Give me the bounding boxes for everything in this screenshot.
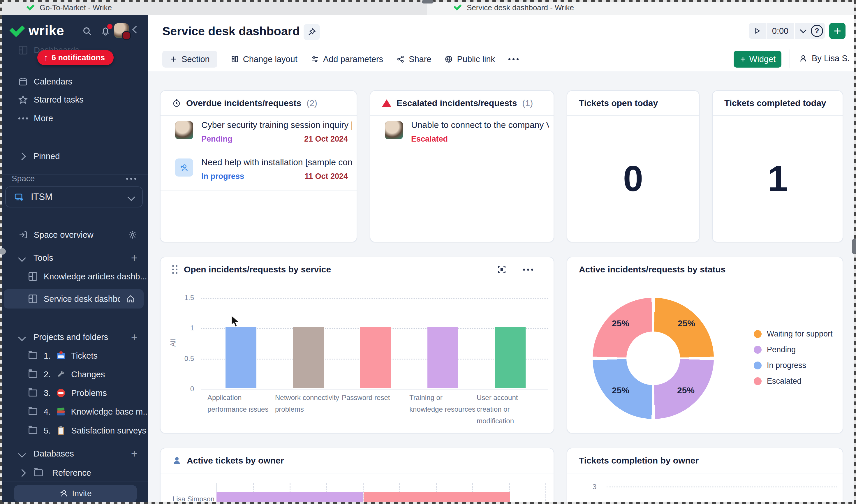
widget-overdue-incidents: Overdue incidents/requests (2) Cyber sec… <box>160 90 357 242</box>
timer-value[interactable]: 0:00 <box>767 23 794 39</box>
toolbar-more-icon[interactable] <box>509 58 519 60</box>
add-person-icon <box>59 489 68 498</box>
sidebar-item-satisfaction-surveys[interactable]: 5. Satisfaction surveys <box>0 424 148 437</box>
y-axis-label: All <box>169 339 177 347</box>
sidebar-item-knowledge-base[interactable]: 4. Knowledge base m... <box>0 404 148 419</box>
folder-icon <box>28 407 38 417</box>
y-tick: 1.5 <box>177 294 194 302</box>
widget-header: Tickets completed today <box>713 91 843 116</box>
sidebar-item-tickets[interactable]: 1. Tickets <box>0 349 148 363</box>
capture-handle-right[interactable] <box>852 239 856 254</box>
notifications-bell-icon[interactable] <box>100 25 111 36</box>
add-tool-icon[interactable]: + <box>131 252 138 263</box>
bar-network[interactable] <box>293 327 324 388</box>
metric-value: 0 <box>567 115 699 242</box>
sidebar-section-pinned[interactable]: Pinned <box>0 149 148 163</box>
help-group: ? <box>809 23 825 39</box>
invite-button[interactable]: Invite <box>14 485 137 502</box>
sidebar-section-databases[interactable]: Databases + <box>0 447 148 461</box>
dashboard-icon <box>28 294 38 304</box>
legend-item[interactable]: Escalated <box>754 375 802 388</box>
play-button[interactable] <box>749 23 766 39</box>
donut-label: 25% <box>612 385 629 395</box>
avatar <box>175 121 193 139</box>
task-row[interactable]: Need help with installation [sample cont… <box>161 152 357 191</box>
browser-tab-gtm[interactable]: Go-To-Market - Wrike <box>0 0 427 15</box>
sidebar-item-reference[interactable]: Reference <box>0 466 148 480</box>
inbox-tray-icon <box>56 352 65 360</box>
wrench-icon <box>56 370 65 379</box>
sidebar: wrike Dashboards ↑ 6 notifications Calen… <box>0 15 148 504</box>
warning-triangle-icon <box>382 100 391 107</box>
task-row[interactable]: Cyber security training session inquiry … <box>161 115 357 153</box>
person-icon <box>799 54 808 63</box>
gear-icon[interactable] <box>128 230 138 240</box>
sidebar-item-space-overview[interactable]: Space overview <box>0 228 148 242</box>
add-project-icon[interactable]: + <box>131 331 138 343</box>
sidebar-item-problems[interactable]: 3. Problems <box>0 386 148 400</box>
help-button[interactable]: ? <box>809 23 825 39</box>
chevron-down-icon <box>127 193 135 201</box>
owner-label: Lisa Simpson <box>173 495 214 503</box>
add-widget-button[interactable]: Widget <box>734 51 781 68</box>
widget-header: Tickets open today <box>567 91 699 116</box>
star-icon <box>18 95 28 105</box>
chevron-down-icon <box>18 333 26 341</box>
add-database-icon[interactable]: + <box>131 448 138 459</box>
books-icon <box>56 407 65 416</box>
ellipsis-icon <box>18 113 28 123</box>
public-link-button[interactable]: Public link <box>445 54 495 64</box>
sidebar-item-starred-tasks[interactable]: Starred tasks <box>0 93 148 107</box>
bar-password[interactable] <box>360 327 391 388</box>
sidebar-section-projects[interactable]: Projects and folders + <box>0 330 148 344</box>
add-section-button[interactable]: Section <box>162 51 217 68</box>
bar-training[interactable] <box>427 327 458 388</box>
space-overview-icon <box>18 230 28 240</box>
capture-handle-top[interactable] <box>422 0 433 3</box>
space-menu-icon[interactable] <box>126 178 136 180</box>
widget-completion-by-owner: Tickets completion by owner 3 <box>567 448 843 504</box>
pin-button[interactable] <box>304 24 320 40</box>
notifications-pill-label: 6 notifications <box>52 53 105 62</box>
chevron-right-icon <box>18 469 26 477</box>
user-avatar[interactable] <box>114 23 129 38</box>
global-add-button[interactable]: + <box>829 23 845 39</box>
add-assignee-icon <box>175 159 193 177</box>
x-category: Application performance issues <box>208 392 276 415</box>
search-icon[interactable] <box>82 26 92 36</box>
add-parameters-button[interactable]: Add parameters <box>311 54 383 64</box>
tab-title: Go-To-Market - Wrike <box>40 3 112 12</box>
legend-item[interactable]: In progress <box>754 359 806 372</box>
task-row[interactable]: Unable to connect to the company VPN [sa… <box>370 115 554 153</box>
legend-item[interactable]: Pending <box>754 343 796 356</box>
notification-dot <box>107 24 112 29</box>
author-button[interactable]: By Lisa S. <box>799 54 850 63</box>
collapse-sidebar-icon[interactable] <box>133 27 139 32</box>
widget-active-by-owner: Active tickets by owner Lisa Simpson <box>160 448 554 504</box>
sidebar-item-more[interactable]: More <box>0 111 148 125</box>
hbar-chart: Lisa Simpson <box>161 448 554 504</box>
wrike-favicon <box>453 3 462 12</box>
sidebar-item-knowledge-articles-dashboard[interactable]: Knowledge articles dashb... <box>0 269 148 284</box>
metric-value: 1 <box>713 115 843 242</box>
notifications-pill[interactable]: ↑ 6 notifications <box>37 50 114 65</box>
sidebar-section-tools[interactable]: Tools + <box>0 251 148 265</box>
browser-tab-service-desk[interactable]: Service desk dashboard - Wrike <box>427 0 856 15</box>
bar-application[interactable] <box>226 327 256 388</box>
wrike-logo[interactable]: wrike <box>9 23 65 38</box>
sidebar-item-calendars[interactable]: Calendars <box>0 75 148 89</box>
status-badge: Escalated <box>411 134 448 144</box>
page-title: Service desk dashboard <box>162 24 300 38</box>
widget-header: Active incidents/requests by status <box>567 257 843 282</box>
donut-label: 25% <box>678 319 695 328</box>
bar-user-account[interactable] <box>495 327 525 388</box>
no-entry-icon <box>56 389 65 397</box>
chevron-right-icon <box>18 152 26 160</box>
space-selector[interactable]: ITSM <box>5 186 143 208</box>
change-layout-button[interactable]: Change layout <box>231 54 298 64</box>
sidebar-item-service-desk-dashboard[interactable]: Service desk dashbo... <box>4 289 144 308</box>
sidebar-item-changes[interactable]: 2. Changes <box>0 367 148 381</box>
share-button[interactable]: Share <box>396 54 431 64</box>
due-date: 21 Oct 2024 <box>304 134 348 144</box>
legend-item[interactable]: Waiting for support <box>754 327 833 340</box>
